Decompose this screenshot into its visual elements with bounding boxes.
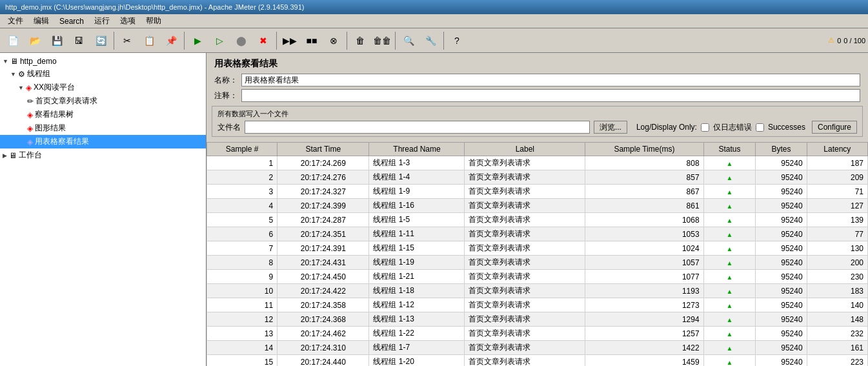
sidebar-item-view-tree[interactable]: ◈ 察看结果树	[0, 108, 206, 121]
toolbar-sep-2	[184, 32, 185, 50]
cell-num: 5	[207, 213, 278, 227]
cell-status: ▲	[703, 355, 756, 367]
paste-button[interactable]: 📌	[161, 30, 181, 51]
menu-options[interactable]: 选项	[115, 14, 141, 28]
cell-status: ▲	[703, 227, 756, 241]
clear-all-button[interactable]: 🗑🗑	[372, 30, 392, 51]
name-input[interactable]	[241, 74, 860, 86]
cell-sample-time: 1053	[585, 227, 703, 241]
cell-thread: 线程组 1-11	[369, 227, 465, 241]
revert-button[interactable]: 🔄	[90, 30, 111, 51]
red-icon-1: ◈	[26, 83, 32, 92]
cell-sample-time: 1077	[585, 270, 703, 284]
sidebar: ▼ 🖥 http_demo ▼ ⚙ 线程组 ▼ ◈ XX阅读平台 ✏ 首页文章列…	[0, 53, 207, 366]
menu-edit[interactable]: 编辑	[28, 14, 54, 28]
cell-bytes: 95240	[756, 185, 807, 199]
successes-label: Successes	[768, 123, 805, 132]
cell-latency: 183	[807, 284, 867, 298]
cell-bytes: 95240	[756, 199, 807, 213]
save-as-button[interactable]: 🖫	[68, 30, 89, 51]
remote-stop-button[interactable]: ■■	[301, 30, 322, 51]
comment-input[interactable]	[241, 89, 860, 102]
menu-file[interactable]: 文件	[3, 14, 28, 28]
cell-label: 首页文章列表请求	[465, 213, 585, 227]
cell-latency: 140	[807, 298, 867, 312]
cell-bytes: 95240	[756, 227, 807, 241]
browse-button[interactable]: 浏览...	[594, 121, 627, 134]
cell-latency: 200	[807, 256, 867, 270]
cell-status: ▲	[703, 256, 756, 270]
cell-start-time: 20:17:24.310	[278, 341, 369, 355]
help-button[interactable]: ?	[447, 30, 467, 51]
red-icon-4: ◈	[27, 137, 33, 147]
alert-icon: ⚠	[828, 36, 834, 45]
cell-status: ▲	[703, 170, 756, 185]
open-button[interactable]: 📂	[25, 30, 45, 51]
cell-latency: 148	[807, 312, 867, 327]
table-row: 11 20:17:24.358 线程组 1-12 首页文章列表请求 1273 ▲…	[207, 298, 868, 312]
cell-num: 3	[207, 185, 278, 199]
run-nonstop-button[interactable]: ▷	[209, 30, 230, 51]
status-icon: ▲	[726, 231, 732, 238]
successes-checkbox[interactable]	[756, 123, 764, 132]
run-button[interactable]: ▶	[187, 30, 208, 51]
cell-thread: 线程组 1-22	[369, 327, 465, 341]
status-icon: ▲	[726, 302, 732, 309]
cell-bytes: 95240	[756, 170, 807, 185]
file-input[interactable]	[245, 121, 590, 134]
cell-sample-time: 1068	[585, 213, 703, 227]
cell-bytes: 95240	[756, 355, 807, 367]
cell-status: ▲	[703, 213, 756, 227]
new-button[interactable]: 📄	[3, 30, 23, 51]
configure-button[interactable]: Configure	[812, 121, 857, 134]
red-icon-2: ◈	[27, 110, 33, 119]
alert-count: 0	[837, 37, 841, 45]
status-icon: ▲	[726, 274, 732, 281]
status-icon: ▲	[726, 245, 732, 252]
cell-latency: 161	[807, 341, 867, 355]
cell-status: ▲	[703, 199, 756, 213]
edit-icon: ✏	[27, 97, 34, 106]
gear-icon: ⚙	[18, 70, 25, 79]
sidebar-item-thread-group[interactable]: ▼ ⚙ 线程组	[0, 67, 206, 81]
cell-start-time: 20:17:24.358	[278, 298, 369, 312]
cell-sample-time: 1422	[585, 341, 703, 355]
sidebar-item-workbench[interactable]: ▶ 🖥 工作台	[0, 148, 206, 162]
cell-status: ▲	[703, 185, 756, 199]
title-bar: http_demo.jmx (C:\Users\wangjang.jh\Desk…	[0, 0, 868, 14]
table-row: 4 20:17:24.399 线程组 1-16 首页文章列表请求 861 ▲ 9…	[207, 199, 868, 213]
toolbar-sep-4	[347, 32, 347, 50]
ratio-display: 0 / 100	[843, 37, 865, 45]
sidebar-item-xx-platform[interactable]: ▼ ◈ XX阅读平台	[0, 81, 206, 94]
status-icon: ▲	[726, 203, 732, 210]
sidebar-item-http-demo[interactable]: ▼ 🖥 http_demo	[0, 56, 206, 67]
menu-search[interactable]: Search	[54, 15, 89, 27]
cell-label: 首页文章列表请求	[465, 284, 585, 298]
table-header-row: Sample # Start Time Thread Name Label Sa…	[207, 143, 868, 156]
cut-button[interactable]: ✂	[117, 30, 137, 51]
cell-num: 9	[207, 270, 278, 284]
menu-run[interactable]: 运行	[89, 14, 115, 28]
sidebar-item-homepage-list[interactable]: ✏ 首页文章列表请求	[0, 94, 206, 108]
cell-num: 12	[207, 312, 278, 327]
copy-button[interactable]: 📋	[139, 30, 159, 51]
search-button[interactable]: 🔍	[398, 30, 419, 51]
save-button[interactable]: 💾	[46, 30, 67, 51]
sidebar-item-view-table[interactable]: ◈ 用表格察看结果	[0, 135, 206, 148]
col-start-time: Start Time	[278, 143, 369, 156]
cell-start-time: 20:17:24.287	[278, 213, 369, 227]
cell-num: 15	[207, 355, 278, 367]
sidebar-item-graph-result[interactable]: ◈ 图形结果	[0, 121, 206, 135]
toolbar: 📄 📂 💾 🖫 🔄 ✂ 📋 📌 ▶ ▷ ⬤ ✖ ▶▶ ■■ ⊗ 🗑 🗑🗑 🔍 🔧…	[0, 28, 868, 53]
cell-sample-time: 1459	[585, 355, 703, 367]
cell-thread: 线程组 1-20	[369, 355, 465, 367]
remote-exit-button[interactable]: ⊗	[323, 30, 344, 51]
errors-only-checkbox[interactable]	[701, 123, 709, 132]
jar-button[interactable]: 🔧	[420, 30, 441, 51]
stop-now-button[interactable]: ✖	[253, 30, 274, 51]
menu-help[interactable]: 帮助	[141, 14, 167, 28]
clear-button[interactable]: 🗑	[350, 30, 370, 51]
stop-button[interactable]: ⬤	[231, 30, 252, 51]
remote-start-button[interactable]: ▶▶	[279, 30, 300, 51]
cell-latency: 223	[807, 355, 867, 367]
